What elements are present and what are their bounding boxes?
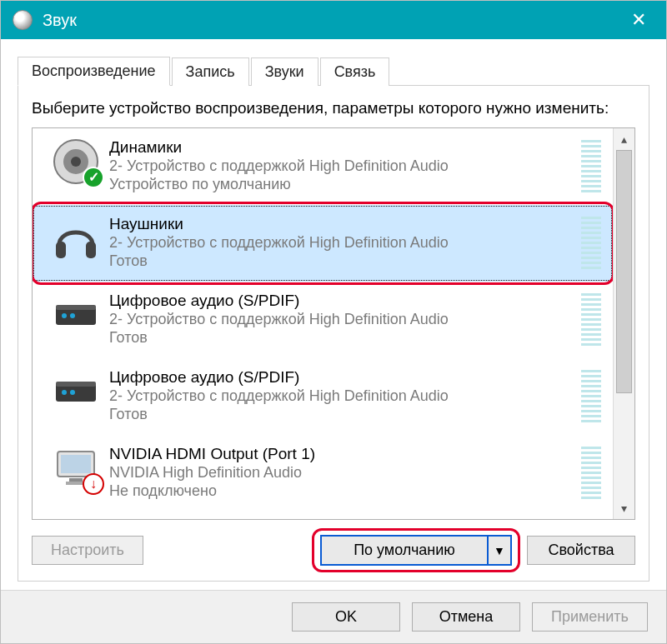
svg-rect-4 bbox=[86, 242, 96, 258]
set-default-dropdown-icon[interactable]: ▼ bbox=[487, 537, 510, 564]
properties-button[interactable]: Свойства bbox=[527, 536, 635, 565]
scroll-up-icon[interactable]: ▴ bbox=[614, 128, 634, 150]
device-list-container: ✓Динамики2- Устройство с поддержкой High… bbox=[32, 127, 635, 520]
device-status: Устройство по умолчанию bbox=[109, 176, 576, 193]
window-title: Звук bbox=[43, 11, 623, 30]
tab-playback[interactable]: Воспроизведение bbox=[18, 57, 170, 86]
monitor-icon: ↓ bbox=[43, 443, 109, 493]
device-info: Динамики2- Устройство с поддержкой High … bbox=[109, 137, 576, 193]
instruction-text: Выберите устройство воспроизведения, пар… bbox=[32, 97, 635, 119]
level-meter bbox=[581, 293, 601, 347]
tab-pane-playback: Выберите устройство воспроизведения, пар… bbox=[18, 86, 649, 582]
tab-sounds[interactable]: Звуки bbox=[251, 57, 318, 86]
device-name: Цифровое аудио (S/PDIF) bbox=[109, 292, 576, 310]
svg-point-12 bbox=[70, 390, 75, 395]
headphones-icon bbox=[43, 213, 109, 263]
close-icon[interactable]: ✕ bbox=[623, 6, 654, 34]
svg-point-8 bbox=[70, 313, 75, 318]
device-info: Цифровое аудио (S/PDIF)2- Устройство с п… bbox=[109, 367, 576, 423]
apply-button[interactable]: Применить bbox=[532, 602, 648, 632]
scroll-thumb[interactable] bbox=[616, 150, 632, 393]
device-status: Готов bbox=[109, 329, 576, 347]
set-default-label[interactable]: По умолчанию bbox=[322, 537, 487, 564]
speaker-icon: ✓ bbox=[43, 137, 109, 187]
device-row[interactable]: ↓NVIDIA HDMI Output (Port 1)NVIDIA High … bbox=[33, 435, 613, 512]
device-name: Наушники bbox=[109, 215, 576, 233]
device-info: Цифровое аудио (S/PDIF)2- Устройство с п… bbox=[109, 290, 576, 347]
level-meter bbox=[581, 217, 601, 270]
device-row[interactable]: Цифровое аудио (S/PDIF)2- Устройство с п… bbox=[33, 282, 613, 358]
svg-point-7 bbox=[62, 313, 67, 318]
device-status: Готов bbox=[109, 252, 576, 270]
device-info: Наушники2- Устройство с поддержкой High … bbox=[109, 213, 576, 270]
default-badge-icon: ✓ bbox=[83, 167, 104, 188]
device-info: NVIDIA HDMI Output (Port 1)NVIDIA High D… bbox=[109, 443, 576, 500]
tab-communications[interactable]: Связь bbox=[320, 57, 390, 86]
device-description: 2- Устройство с поддержкой High Definiti… bbox=[109, 157, 576, 176]
titlebar: Звук ✕ bbox=[1, 1, 666, 39]
sound-app-icon bbox=[13, 10, 33, 30]
svg-rect-14 bbox=[61, 455, 91, 473]
device-status: Готов bbox=[109, 406, 576, 423]
configure-button[interactable]: Настроить bbox=[32, 536, 143, 565]
scroll-down-icon[interactable]: ▾ bbox=[614, 497, 634, 519]
scroll-track[interactable] bbox=[614, 150, 634, 497]
client-area: Воспроизведение Запись Звуки Связь Выбер… bbox=[1, 39, 666, 590]
level-meter bbox=[581, 447, 601, 500]
device-description: NVIDIA High Definition Audio bbox=[109, 463, 576, 482]
svg-rect-15 bbox=[69, 478, 83, 482]
device-description: 2- Устройство с поддержкой High Definiti… bbox=[109, 310, 576, 329]
svg-point-11 bbox=[62, 390, 67, 395]
device-name: Цифровое аудио (S/PDIF) bbox=[109, 368, 576, 387]
tab-strip: Воспроизведение Запись Звуки Связь bbox=[18, 51, 649, 86]
svg-point-2 bbox=[71, 157, 81, 167]
set-default-wrapper: По умолчанию ▼ bbox=[320, 535, 512, 566]
svg-rect-3 bbox=[56, 242, 66, 258]
tab-recording[interactable]: Запись bbox=[172, 57, 249, 86]
spdif-icon bbox=[43, 290, 109, 340]
scrollbar[interactable]: ▴ ▾ bbox=[613, 128, 634, 519]
svg-rect-10 bbox=[56, 382, 96, 387]
level-meter bbox=[581, 140, 601, 193]
device-button-row: Настроить По умолчанию ▼ Свойства bbox=[32, 535, 635, 566]
device-row[interactable]: ✓Динамики2- Устройство с поддержкой High… bbox=[33, 128, 613, 205]
spdif-icon bbox=[43, 367, 109, 417]
device-name: Динамики bbox=[109, 138, 576, 157]
sound-dialog: Звук ✕ Воспроизведение Запись Звуки Связ… bbox=[0, 0, 667, 644]
ok-button[interactable]: OK bbox=[292, 602, 400, 632]
error-badge-icon: ↓ bbox=[83, 473, 104, 495]
device-description: 2- Устройство с поддержкой High Definiti… bbox=[109, 387, 576, 406]
device-list[interactable]: ✓Динамики2- Устройство с поддержкой High… bbox=[33, 128, 613, 519]
device-name: NVIDIA HDMI Output (Port 1) bbox=[109, 445, 576, 463]
set-default-button[interactable]: По умолчанию ▼ bbox=[320, 535, 512, 566]
level-meter bbox=[581, 370, 601, 423]
device-row[interactable]: Цифровое аудио (S/PDIF)2- Устройство с п… bbox=[33, 358, 613, 435]
device-description: 2- Устройство с поддержкой High Definiti… bbox=[109, 233, 576, 252]
device-status: Не подключено bbox=[109, 482, 576, 500]
device-row[interactable]: Наушники2- Устройство с поддержкой High … bbox=[33, 205, 613, 282]
dialog-footer: OK Отмена Применить bbox=[1, 590, 666, 643]
cancel-button[interactable]: Отмена bbox=[412, 602, 520, 632]
svg-rect-6 bbox=[56, 305, 96, 310]
